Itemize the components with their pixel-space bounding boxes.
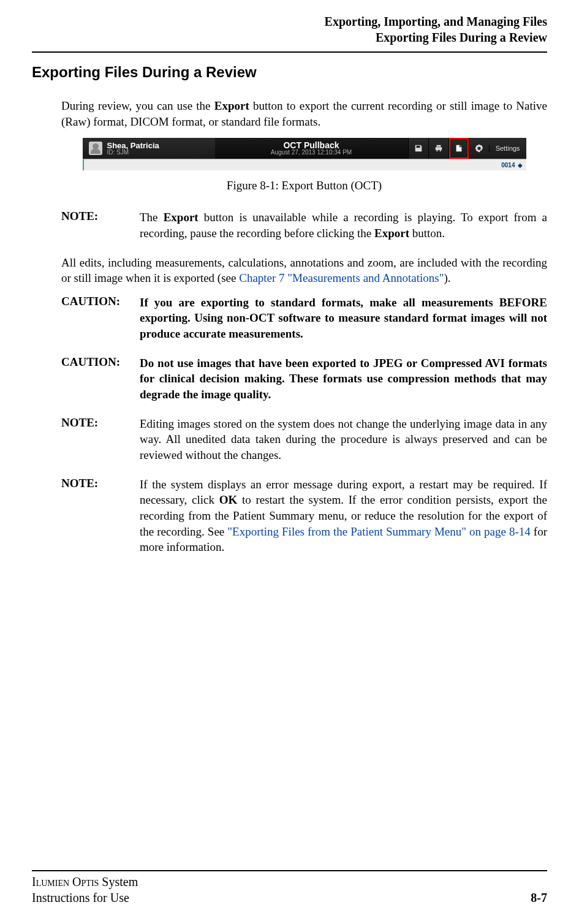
recording-title: OCT Pullback bbox=[215, 141, 408, 150]
frame-strip: 0014 ◆ bbox=[83, 159, 526, 170]
titlebar-center: OCT Pullback August 27, 2013 12:10:34 PM bbox=[215, 138, 408, 159]
chapter-measurements-link[interactable]: Chapter 7 "Measurements and Annotations" bbox=[239, 271, 444, 284]
footer-subtitle: Instructions for Use bbox=[32, 891, 129, 904]
frame-counter: 0014 bbox=[501, 162, 515, 169]
recording-timestamp: August 27, 2013 12:10:34 PM bbox=[215, 150, 408, 156]
text-run: Export bbox=[374, 227, 409, 240]
text-run: Editing images stored on the system does… bbox=[140, 417, 547, 461]
text-run: Export bbox=[164, 211, 199, 224]
header-rule bbox=[32, 51, 547, 53]
text-run: OK bbox=[219, 493, 238, 506]
edits-post: ). bbox=[444, 271, 450, 284]
block-body: If the system displays an error message … bbox=[140, 477, 547, 555]
block-body: Do not use images that have been exporte… bbox=[140, 355, 547, 403]
footer-pagenum: 8-7 bbox=[531, 890, 547, 906]
patient-name: Shea, Patricia bbox=[107, 142, 159, 150]
block-label: NOTE: bbox=[61, 210, 140, 241]
figure-caption: Figure 8-1: Export Button (OCT) bbox=[61, 179, 547, 192]
tag-icon: ◆ bbox=[518, 162, 523, 169]
note-block: NOTE:The Export button is unavailable wh… bbox=[61, 210, 547, 241]
text-run: button is unavailable while a recording … bbox=[140, 211, 547, 240]
block-body: The Export button is unavailable while a… bbox=[140, 210, 547, 241]
titlebar-actions: Settings bbox=[408, 138, 526, 159]
footer-rule bbox=[32, 870, 547, 871]
page-footer: Ilumien Optis System Instructions for Us… bbox=[32, 865, 547, 906]
intro-bold: Export bbox=[214, 99, 249, 112]
export-icon[interactable] bbox=[448, 138, 469, 159]
block-label: NOTE: bbox=[61, 477, 140, 555]
text-run: If you are exporting to standard formats… bbox=[140, 296, 547, 340]
block-body: Editing images stored on the system does… bbox=[140, 416, 547, 463]
caution-block: CAUTION:Do not use images that have been… bbox=[61, 355, 547, 403]
save-icon[interactable] bbox=[408, 138, 428, 159]
intro-pre: During review, you can use the bbox=[61, 99, 214, 112]
block-body: If you are exporting to standard formats… bbox=[140, 295, 547, 342]
note-block: NOTE:Editing images stored on the system… bbox=[61, 416, 547, 463]
section-heading: Exporting Files During a Review bbox=[32, 64, 547, 81]
footer-product-rest: System bbox=[99, 875, 138, 888]
block-label: CAUTION: bbox=[61, 295, 140, 342]
settings-button[interactable]: Settings bbox=[489, 145, 526, 152]
text-run: Do not use images that have been exporte… bbox=[140, 357, 547, 401]
block-label: NOTE: bbox=[61, 416, 140, 463]
caution-block: CAUTION:If you are exporting to standard… bbox=[61, 295, 547, 342]
avatar-icon bbox=[89, 142, 102, 155]
note-block: NOTE:If the system displays an error mes… bbox=[61, 477, 547, 555]
print-icon[interactable] bbox=[428, 138, 448, 159]
app-titlebar: Shea, Patricia ID: SJM OCT Pullback Augu… bbox=[83, 138, 526, 159]
footer-product-sc: Ilumien Optis bbox=[32, 875, 99, 888]
running-header-chapter: Exporting, Importing, and Managing Files bbox=[32, 13, 547, 29]
cross-reference-link[interactable]: "Exporting Files from the Patient Summar… bbox=[227, 525, 531, 538]
patient-block[interactable]: Shea, Patricia ID: SJM bbox=[83, 138, 215, 159]
figure-titlebar: Shea, Patricia ID: SJM OCT Pullback Augu… bbox=[83, 138, 526, 170]
running-header: Exporting, Importing, and Managing Files… bbox=[32, 13, 547, 45]
running-header-section: Exporting Files During a Review bbox=[32, 29, 547, 45]
footer-left: Ilumien Optis System Instructions for Us… bbox=[32, 874, 138, 906]
block-label: CAUTION: bbox=[61, 355, 140, 403]
edits-paragraph: All edits, including measurements, calcu… bbox=[61, 255, 547, 286]
gear-icon[interactable] bbox=[469, 138, 489, 159]
text-run: button. bbox=[409, 227, 445, 240]
text-run: The bbox=[140, 211, 164, 224]
intro-paragraph: During review, you can use the Export bu… bbox=[61, 98, 547, 129]
patient-id: ID: SJM bbox=[107, 150, 159, 156]
